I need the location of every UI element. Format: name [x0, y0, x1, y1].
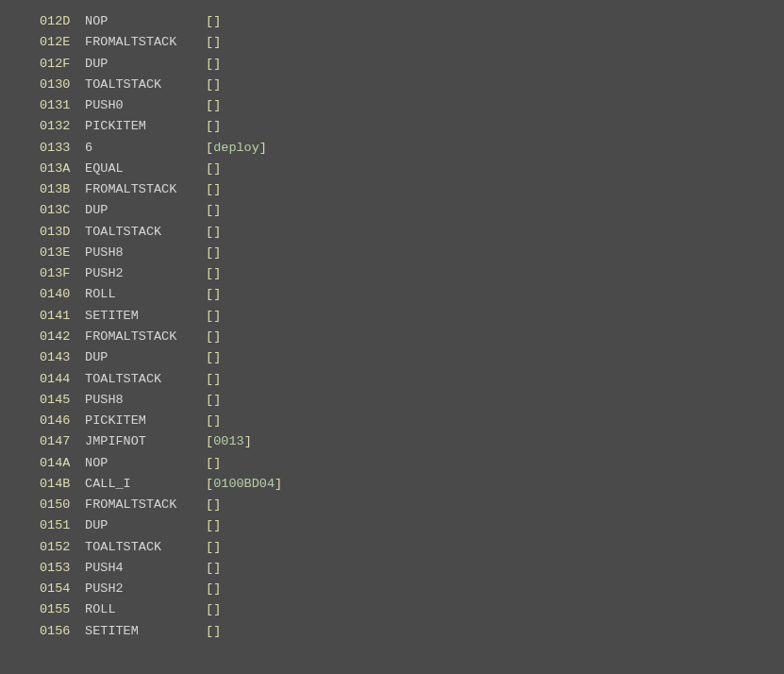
address: 0143: [40, 347, 77, 368]
bracket-close: ]: [244, 434, 252, 448]
opcode: SETITEM: [85, 621, 206, 642]
bracket-close: ]: [213, 602, 221, 616]
bracket-open: [: [206, 540, 213, 554]
bracket-open: [: [206, 287, 213, 301]
bracket-open: [: [206, 266, 213, 280]
bracket-open: [: [206, 225, 213, 239]
code-line: 012F DUP[]: [40, 54, 784, 75]
address: 0147: [40, 431, 77, 452]
bracket-close: ]: [213, 456, 221, 470]
operand: deploy: [213, 141, 259, 155]
code-line: 0140 ROLL[]: [40, 284, 784, 305]
bracket-close: ]: [213, 182, 221, 196]
address: 0144: [40, 369, 77, 390]
code-line: 0141 SETITEM[]: [40, 306, 784, 327]
bracket-open: [: [206, 203, 213, 217]
opcode: ROLL: [85, 599, 206, 620]
opcode: DUP: [85, 54, 206, 75]
code-line: 012E FROMALTSTACK[]: [40, 32, 784, 53]
bracket-open: [: [206, 372, 213, 386]
bracket-close: ]: [213, 329, 221, 344]
address: 0141: [40, 306, 77, 327]
opcode: PUSH2: [85, 579, 206, 599]
bracket-open: [: [206, 57, 213, 71]
address: 0142: [40, 327, 77, 347]
bracket-open: [: [206, 477, 213, 491]
bracket-open: [: [206, 350, 213, 364]
code-line: 013A EQUAL[]: [40, 159, 784, 179]
opcode: FROMALTSTACK: [85, 179, 206, 200]
address: 014B: [40, 474, 77, 495]
opcode: CALL_I: [85, 474, 206, 495]
bracket-open: [: [206, 561, 213, 575]
code-line: 0150 FROMALTSTACK[]: [40, 495, 784, 515]
address: 0145: [40, 390, 77, 411]
bracket-open: [: [206, 309, 213, 323]
opcode: PUSH2: [85, 263, 206, 284]
address: 0156: [40, 621, 77, 642]
address: 013F: [40, 263, 77, 284]
bracket-close: ]: [213, 413, 221, 428]
bracket-open: [: [206, 413, 213, 428]
address: 0150: [40, 495, 77, 515]
address: 0131: [40, 95, 77, 116]
code-line: 013D TOALTSTACK[]: [40, 222, 784, 243]
opcode: DUP: [85, 347, 206, 368]
bracket-close: ]: [213, 245, 221, 260]
bracket-open: [: [206, 141, 213, 155]
address: 0146: [40, 411, 77, 431]
bracket-open: [: [206, 35, 213, 49]
code-line: 014A NOP[]: [40, 453, 784, 474]
code-line: 0152 TOALTSTACK[]: [40, 537, 784, 558]
bracket-close: ]: [213, 497, 221, 512]
code-line: 0131 PUSH0[]: [40, 95, 784, 116]
code-line: 0156 SETITEM[]: [40, 621, 784, 642]
opcode: FROMALTSTACK: [85, 32, 206, 53]
opcode: JMPIFNOT: [85, 431, 206, 452]
code-line: 013E PUSH8[]: [40, 243, 784, 263]
code-line: 0130 TOALTSTACK[]: [40, 75, 784, 95]
bracket-open: [: [206, 624, 213, 638]
bracket-close: ]: [275, 477, 282, 491]
address: 014A: [40, 453, 77, 474]
bracket-open: [: [206, 14, 213, 28]
code-line: 0154 PUSH2[]: [40, 579, 784, 599]
code-line: 0132 PICKITEM[]: [40, 116, 784, 137]
bracket-open: [: [206, 602, 213, 616]
bracket-close: ]: [213, 350, 221, 364]
opcode: FROMALTSTACK: [85, 327, 206, 347]
address: 0133: [40, 138, 77, 159]
opcode: SETITEM: [85, 306, 206, 327]
bracket-open: [: [206, 456, 213, 470]
code-line: 0133 6[deploy]: [40, 138, 784, 159]
bracket-open: [: [206, 98, 213, 112]
code-line: 0155 ROLL[]: [40, 599, 784, 620]
opcode: TOALTSTACK: [85, 537, 206, 558]
bracket-close: ]: [259, 141, 267, 155]
bracket-close: ]: [213, 266, 221, 280]
code-line: 0147 JMPIFNOT[0013]: [40, 431, 784, 452]
bracket-close: ]: [213, 98, 221, 112]
code-line: 0146 PICKITEM[]: [40, 411, 784, 431]
operand: 0013: [213, 434, 243, 448]
bracket-close: ]: [213, 77, 221, 92]
opcode: DUP: [85, 515, 206, 536]
operand: 0100BD04: [213, 477, 275, 491]
opcode: DUP: [85, 200, 206, 221]
code-line: 0143 DUP[]: [40, 347, 784, 368]
address: 0154: [40, 579, 77, 599]
opcode: TOALTSTACK: [85, 369, 206, 390]
bracket-close: ]: [213, 203, 221, 217]
opcode: EQUAL: [85, 159, 206, 179]
code-line: 014B CALL_I[0100BD04]: [40, 474, 784, 495]
bracket-close: ]: [213, 624, 221, 638]
opcode: PUSH4: [85, 558, 206, 579]
opcode: TOALTSTACK: [85, 222, 206, 243]
opcode: PICKITEM: [85, 411, 206, 431]
bracket-close: ]: [213, 393, 221, 407]
address: 012D: [40, 11, 77, 32]
code-line: 013F PUSH2[]: [40, 263, 784, 284]
bracket-open: [: [206, 182, 213, 196]
bracket-close: ]: [213, 581, 221, 596]
bracket-open: [: [206, 77, 213, 92]
